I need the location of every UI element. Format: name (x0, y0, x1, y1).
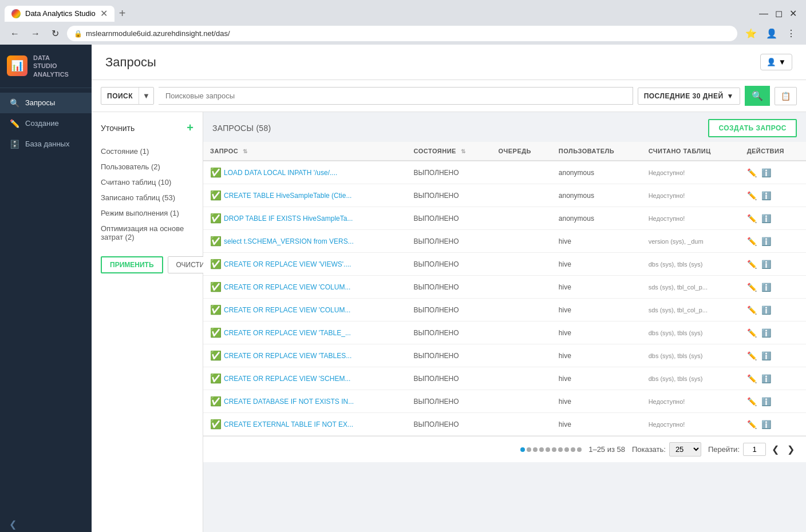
user-text-0: anonymous (559, 169, 594, 177)
filter-item-tables-read[interactable]: Считано таблиц (10) (101, 174, 193, 190)
new-tab-button[interactable]: + (117, 5, 128, 22)
browser-tab[interactable]: Data Analytics Studio ✕ (5, 6, 114, 22)
edit-button-10[interactable]: ✏️ (747, 397, 757, 406)
sidebar-item-create[interactable]: ✏️ Создание (0, 113, 92, 134)
edit-button-0[interactable]: ✏️ (747, 168, 757, 177)
edit-button-7[interactable]: ✏️ (747, 328, 757, 338)
query-link-9[interactable]: CREATE OR REPLACE VIEW 'SCHEM... (224, 375, 350, 383)
refresh-button[interactable]: ↻ (48, 26, 62, 41)
pagination-dot-3[interactable] (539, 447, 544, 452)
next-page-button[interactable]: ❯ (785, 443, 797, 456)
cell-user-11: hive (552, 413, 642, 436)
pagination-dot-2[interactable] (533, 447, 538, 452)
close-window-button[interactable]: ✕ (789, 8, 797, 19)
cell-query-6: ✅ CREATE OR REPLACE VIEW 'COLUM... (203, 299, 407, 321)
info-button-1[interactable]: ℹ️ (761, 191, 771, 200)
edit-button-9[interactable]: ✏️ (747, 374, 757, 383)
query-link-8[interactable]: CREATE OR REPLACE VIEW 'TABLES... (224, 352, 351, 360)
search-input[interactable] (159, 87, 633, 105)
filter-item-user[interactable]: Пользователь (2) (101, 159, 193, 174)
info-button-6[interactable]: ℹ️ (761, 305, 771, 315)
edit-button-2[interactable]: ✏️ (747, 214, 757, 223)
edit-button-1[interactable]: ✏️ (747, 191, 757, 200)
minimize-button[interactable]: — (759, 9, 768, 19)
create-query-button[interactable]: СОЗДАТЬ ЗАПРОС (708, 119, 797, 137)
cell-status-0: ВЫПОЛНЕНО (407, 161, 492, 184)
pagination-dot-5[interactable] (552, 447, 556, 452)
pagination-dot-7[interactable] (564, 447, 569, 452)
info-button-7[interactable]: ℹ️ (761, 328, 771, 338)
info-button-0[interactable]: ℹ️ (761, 168, 771, 177)
cell-status-7: ВЫПОЛНЕНО (407, 321, 492, 344)
pagination-dot-9[interactable] (577, 447, 582, 452)
query-link-4[interactable]: CREATE OR REPLACE VIEW 'VIEWS'.... (224, 260, 351, 268)
sidebar-collapse-button[interactable]: ❮ (9, 519, 17, 529)
profile-button[interactable]: 👤 (762, 26, 781, 41)
user-menu-button[interactable]: 👤 ▼ (760, 54, 792, 70)
info-button-3[interactable]: ℹ️ (761, 237, 771, 246)
info-button-2[interactable]: ℹ️ (761, 214, 771, 223)
query-link-6[interactable]: CREATE OR REPLACE VIEW 'COLUM... (224, 306, 350, 314)
filter-add-button[interactable]: + (187, 121, 193, 134)
edit-button-8[interactable]: ✏️ (747, 351, 757, 360)
info-button-10[interactable]: ℹ️ (761, 397, 771, 406)
success-icon-1: ✅ (210, 190, 222, 201)
sidebar-item-queries[interactable]: 🔍 Запросы (0, 93, 92, 113)
search-button[interactable]: 🔍 (745, 86, 770, 106)
sidebar: 📊 DATA STUDIO ANALYTICS 🔍 Запросы ✏️ Соз… (0, 45, 92, 532)
query-link-5[interactable]: CREATE OR REPLACE VIEW 'COLUM... (224, 283, 350, 291)
edit-button-3[interactable]: ✏️ (747, 237, 757, 246)
apply-filter-button[interactable]: ПРИМЕНИТЬ (101, 256, 163, 273)
filter-item-tables-written-label: Записано таблиц (53) (101, 193, 175, 202)
table-row: ✅ CREATE OR REPLACE VIEW 'TABLE_... ВЫПО… (203, 321, 806, 344)
success-icon-10: ✅ (210, 396, 222, 407)
edit-button-5[interactable]: ✏️ (747, 283, 757, 292)
prev-page-button[interactable]: ❮ (769, 443, 781, 456)
cell-user-4: hive (552, 253, 642, 276)
query-link-10[interactable]: CREATE DATABASE IF NOT EXISTS IN... (224, 398, 354, 406)
url-bar[interactable]: 🔒 mslearnmodule6uid.azurehdinsight.net/d… (67, 26, 737, 41)
info-button-4[interactable]: ℹ️ (761, 260, 771, 269)
sidebar-item-database[interactable]: 🗄️ База данных (0, 134, 92, 154)
query-link-7[interactable]: CREATE OR REPLACE VIEW 'TABLE_... (224, 329, 351, 337)
query-link-3[interactable]: select t.SCHEMA_VERSION from VERS... (224, 237, 354, 245)
export-button[interactable]: 📋 (775, 87, 797, 105)
success-icon-8: ✅ (210, 350, 222, 361)
goto-page-input[interactable] (743, 443, 766, 456)
pagination-dot-1[interactable] (527, 447, 531, 452)
info-button-5[interactable]: ℹ️ (761, 283, 771, 292)
col-header-status: СОСТОЯНИЕ ⇅ (407, 142, 492, 161)
page-size-select[interactable]: 25 50 100 (669, 442, 701, 456)
edit-button-11[interactable]: ✏️ (747, 420, 757, 429)
maximize-button[interactable]: ◻ (775, 8, 783, 19)
info-button-9[interactable]: ℹ️ (761, 374, 771, 383)
more-button[interactable]: ⋮ (783, 26, 799, 41)
filter-item-tables-written[interactable]: Записано таблиц (53) (101, 190, 193, 205)
pagination-dot-6[interactable] (558, 447, 563, 452)
info-button-11[interactable]: ℹ️ (761, 420, 771, 429)
forward-button[interactable]: → (27, 26, 44, 41)
cell-queue-10 (491, 390, 551, 413)
status-text-2: ВЫПОЛНЕНО (414, 215, 459, 223)
info-button-8[interactable]: ℹ️ (761, 351, 771, 360)
user-text-10: hive (559, 398, 571, 406)
edit-button-6[interactable]: ✏️ (747, 305, 757, 315)
extensions-button[interactable]: ⭐ (742, 26, 760, 41)
edit-button-4[interactable]: ✏️ (747, 260, 757, 269)
date-filter-dropdown[interactable]: ПОСЛЕДНИЕ 30 ДНЕЙ ▼ (638, 88, 740, 105)
search-type-dropdown[interactable]: ПОИСК ▼ (101, 87, 154, 105)
search-dropdown-arrow[interactable]: ▼ (139, 88, 153, 104)
query-link-0[interactable]: LOAD DATA LOCAL INPATH '/use/.... (224, 169, 337, 177)
filter-item-exec-mode[interactable]: Режим выполнения (1) (101, 205, 193, 221)
back-button[interactable]: ← (7, 26, 23, 41)
filter-item-cost-opt[interactable]: Оптимизация на основе затрат (2) (101, 221, 193, 245)
query-link-2[interactable]: DROP TABLE IF EXISTS HiveSampleTa... (224, 215, 353, 223)
col-header-query: ЗАПРОС ⇅ (203, 142, 407, 161)
tab-close-button[interactable]: ✕ (100, 9, 108, 18)
query-link-1[interactable]: CREATE TABLE HiveSampleTable (Ctie... (224, 192, 351, 200)
filter-item-status[interactable]: Состояние (1) (101, 144, 193, 159)
pagination-dot-0[interactable] (520, 447, 525, 452)
pagination-dot-8[interactable] (571, 447, 575, 452)
pagination-dot-4[interactable] (546, 447, 550, 452)
query-link-11[interactable]: CREATE EXTERNAL TABLE IF NOT EX... (224, 420, 353, 428)
